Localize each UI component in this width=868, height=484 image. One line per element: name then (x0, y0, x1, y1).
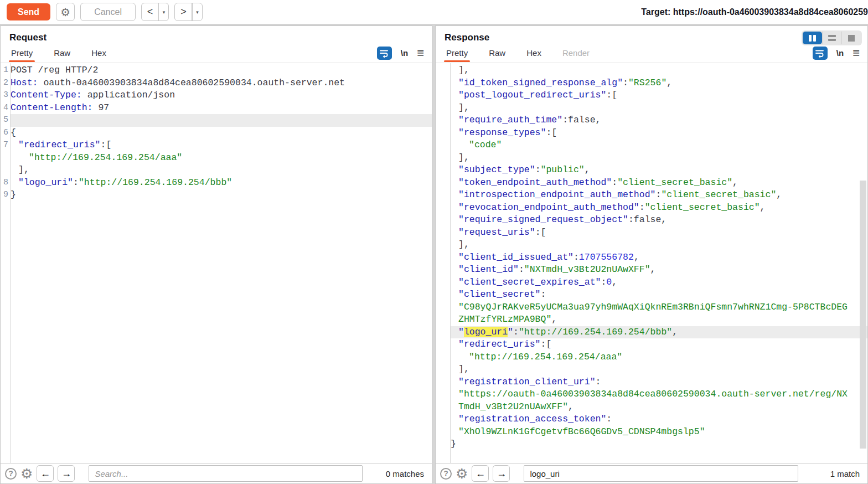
code-line[interactable]: "http://169.254.169.254/aaa" (1, 152, 432, 164)
request-search-input[interactable] (89, 465, 363, 482)
line-number (436, 264, 448, 276)
layout-rows-button[interactable] (822, 32, 841, 44)
code-line[interactable]: ], (436, 363, 867, 376)
code-line[interactable]: 5 (1, 114, 432, 127)
word-wrap-icon[interactable] (377, 47, 392, 60)
code-line[interactable]: "C98yQJrRAKveR5yUCMa3ua97yh9mWAqXiQknREm… (436, 301, 867, 314)
tab-response-pretty[interactable]: Pretty (446, 43, 468, 63)
line-number (436, 401, 448, 414)
code-line[interactable]: "subject_type":"public", (436, 164, 867, 177)
request-editor[interactable]: 1POST /reg HTTP/22Host: oauth-0a46003903… (1, 63, 432, 463)
code-line[interactable]: "redirect_uris":[ (436, 338, 867, 351)
code-line-text (11, 114, 432, 127)
tab-response-hex[interactable]: Hex (526, 43, 542, 63)
code-line[interactable]: "id_token_signed_response_alg":"RS256", (436, 77, 867, 90)
gutter-divider (450, 63, 451, 463)
code-line-text: "redirect_uris":[ (451, 338, 867, 351)
code-line[interactable]: "XhOl9WZLnK1GfCgetvfBc66Q6GDv5_CDNSP4mbg… (436, 426, 867, 439)
code-line-text: "token_endpoint_auth_method":"client_sec… (451, 177, 867, 189)
tab-request-hex[interactable]: Hex (91, 43, 107, 63)
code-line[interactable]: 9} (1, 189, 432, 202)
code-line[interactable]: 7"redirect_uris":[ (1, 139, 432, 152)
next-arrow-icon[interactable]: > (175, 3, 192, 20)
next-request-button[interactable]: > ▾ (174, 3, 203, 21)
cancel-button[interactable]: Cancel (80, 3, 136, 21)
code-line[interactable]: "client_secret_expires_at":0, (436, 276, 867, 289)
code-line[interactable]: "request_uris":[ (436, 226, 867, 239)
code-line[interactable]: "https://oauth-0a46003903834a8d84cea8060… (436, 388, 867, 401)
code-line[interactable]: "revocation_endpoint_auth_method":"clien… (436, 202, 867, 214)
code-line[interactable]: "require_auth_time":false, (436, 114, 867, 127)
code-line[interactable]: ], (436, 102, 867, 115)
line-number (436, 189, 448, 202)
search-settings-icon[interactable]: ⚙ (20, 467, 33, 481)
line-number (436, 289, 448, 301)
next-match-button[interactable]: → (493, 465, 510, 482)
code-line[interactable]: ], (436, 239, 867, 251)
menu-icon[interactable]: ≡ (852, 47, 860, 59)
prev-arrow-icon[interactable]: < (142, 3, 158, 20)
tab-response-raw[interactable]: Raw (488, 43, 506, 63)
chevron-down-icon[interactable]: ▾ (193, 3, 202, 20)
newline-icon[interactable]: \n (836, 48, 844, 58)
layout-columns-button[interactable] (803, 32, 822, 44)
next-match-button[interactable]: → (58, 465, 75, 482)
help-icon[interactable]: ? (5, 468, 17, 480)
code-line[interactable]: 6{ (1, 127, 432, 140)
line-number (436, 89, 448, 102)
code-line[interactable]: ], (1, 164, 432, 177)
line-number (436, 438, 448, 451)
tab-request-pretty[interactable]: Pretty (11, 43, 33, 63)
prev-match-button[interactable]: ← (37, 465, 54, 482)
gutter-divider (10, 63, 11, 463)
code-line[interactable]: 1POST /reg HTTP/2 (1, 64, 432, 77)
code-line[interactable]: ], (436, 152, 867, 164)
code-line[interactable]: "logo_uri":"http://169.254.169.254/bbb", (436, 326, 867, 339)
scrollbar-thumb[interactable] (860, 181, 866, 449)
code-line[interactable]: 2Host: oauth-0a46003903834a8d84cea806025… (1, 77, 432, 90)
request-settings-button[interactable]: ⚙ (56, 3, 75, 21)
code-line[interactable]: "require_signed_request_object":false, (436, 214, 867, 226)
code-line[interactable]: ZHMTzfYRLzMPA9BQ", (436, 313, 867, 326)
code-line-text: ], (451, 102, 867, 115)
response-code: ],"id_token_signed_response_alg":"RS256"… (436, 64, 867, 451)
code-line-text: "client_id_issued_at":1707556782, (451, 251, 867, 264)
send-button[interactable]: Send (7, 3, 50, 20)
search-settings-icon[interactable]: ⚙ (456, 467, 468, 481)
word-wrap-icon[interactable] (813, 47, 828, 60)
layout-single-button[interactable] (841, 32, 861, 44)
response-search-input[interactable] (524, 465, 798, 482)
line-number (436, 326, 448, 339)
code-line[interactable]: "token_endpoint_auth_method":"client_sec… (436, 177, 867, 189)
code-line[interactable]: 3Content-Type: application/json (1, 89, 432, 102)
code-line[interactable]: "client_id":"NXTmdH_v3Bt2U2nUAwXFF", (436, 264, 867, 276)
chevron-down-icon[interactable]: ▾ (159, 3, 168, 20)
code-line[interactable]: "post_logout_redirect_uris":[ (436, 89, 867, 102)
code-line[interactable]: "client_id_issued_at":1707556782, (436, 251, 867, 264)
code-line[interactable]: ], (436, 64, 867, 77)
tab-response-render[interactable]: Render (562, 43, 590, 63)
code-line[interactable]: } (436, 438, 867, 451)
code-line-text: "http://169.254.169.254/aaa" (451, 351, 867, 364)
help-icon[interactable]: ? (440, 468, 452, 480)
response-editor[interactable]: ],"id_token_signed_response_alg":"RS256"… (436, 63, 867, 463)
code-line[interactable]: "http://169.254.169.254/aaa" (436, 351, 867, 364)
code-line[interactable]: TmdH_v3Bt2U2nUAwXFF", (436, 401, 867, 414)
code-line-text: "introspection_endpoint_auth_method":"cl… (451, 189, 867, 202)
code-line[interactable]: "registration_access_token": (436, 413, 867, 426)
newline-icon[interactable]: \n (401, 48, 408, 58)
prev-match-button[interactable]: ← (472, 465, 489, 482)
code-line[interactable]: "code" (436, 139, 867, 152)
code-line-text: "require_auth_time":false, (451, 114, 867, 127)
code-line[interactable]: 8"logo_uri":"http://169.254.169.254/bbb" (1, 177, 432, 189)
code-line[interactable]: "registration_client_uri": (436, 376, 867, 389)
code-line[interactable]: "introspection_endpoint_auth_method":"cl… (436, 189, 867, 202)
prev-request-button[interactable]: < ▾ (141, 3, 169, 21)
tab-request-raw[interactable]: Raw (53, 43, 71, 63)
code-line[interactable]: "client_secret": (436, 289, 867, 301)
code-line[interactable]: 4Content-Length: 97 (1, 102, 432, 115)
code-line-text: "post_logout_redirect_uris":[ (451, 89, 867, 102)
code-line[interactable]: "response_types":[ (436, 127, 867, 140)
menu-icon[interactable]: ≡ (417, 47, 424, 59)
line-number (436, 164, 448, 177)
